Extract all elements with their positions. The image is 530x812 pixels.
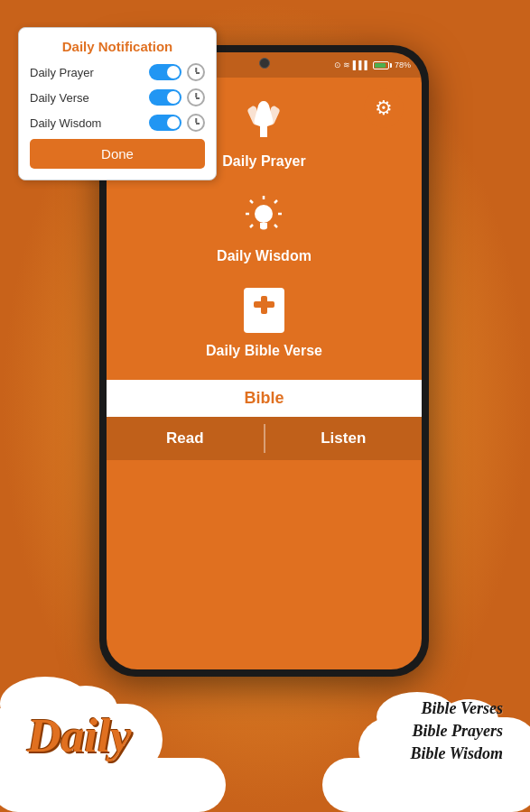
popup-label-verse: Daily Verse — [30, 91, 89, 105]
toggle-prayer[interactable] — [149, 64, 181, 80]
daily-text: Daily — [27, 709, 132, 762]
svg-line-6 — [274, 225, 277, 227]
battery-pct: 78% — [395, 60, 411, 69]
notification-popup: Daily Notification Daily Prayer Daily Ve… — [18, 27, 217, 180]
battery — [373, 61, 392, 69]
popup-row-prayer: Daily Prayer — [30, 63, 205, 81]
svg-line-7 — [250, 225, 253, 227]
bible-icon — [235, 281, 293, 339]
battery-body — [373, 61, 389, 69]
popup-row-wisdom: Daily Wisdom — [30, 114, 205, 132]
svg-line-5 — [250, 200, 253, 203]
popup-title: Daily Notification — [30, 39, 205, 54]
menu-item-bible-verse[interactable]: Daily Bible Verse — [206, 281, 322, 359]
done-button[interactable]: Done — [30, 139, 205, 169]
read-button[interactable]: Read — [107, 417, 264, 460]
bible-bar: Bible — [107, 380, 422, 417]
listen-button[interactable]: Listen — [265, 417, 423, 460]
clock-verse[interactable] — [187, 88, 205, 106]
clock-wisdom[interactable] — [187, 114, 205, 132]
menu-item-wisdom[interactable]: Daily Wisdom — [217, 186, 311, 264]
toggle-wisdom[interactable] — [149, 115, 181, 131]
svg-point-0 — [255, 205, 273, 223]
read-listen-bar: Read Listen — [107, 417, 422, 460]
gear-icon: ⚙ — [375, 97, 393, 120]
feature-prayers: Bible Prayers — [410, 722, 503, 741]
svg-line-4 — [274, 200, 277, 203]
lightbulb-icon — [235, 186, 293, 245]
toggle-verse[interactable] — [149, 89, 181, 106]
clock-prayer[interactable] — [187, 63, 205, 81]
popup-label-wisdom: Daily Wisdom — [30, 116, 101, 130]
pray-icon — [235, 91, 293, 150]
svg-rect-10 — [254, 301, 274, 308]
status-icons: ⊙ ≋ ▌▌▌ — [334, 60, 370, 69]
bible-features: Bible Verses Bible Prayers Bible Wisdom — [410, 699, 503, 767]
popup-row-verse: Daily Verse — [30, 88, 205, 106]
menu-label-wisdom: Daily Wisdom — [217, 248, 311, 264]
settings-button[interactable]: ⚙ — [364, 88, 404, 128]
menu-label-prayer: Daily Prayer — [222, 153, 306, 170]
battery-tip — [390, 63, 392, 68]
battery-fill — [375, 63, 386, 68]
menu-item-prayer[interactable]: Daily Prayer — [222, 91, 306, 170]
camera — [259, 58, 270, 69]
bible-bar-label: Bible — [244, 389, 284, 407]
status-right: ⊙ ≋ ▌▌▌ 78% — [334, 60, 411, 69]
popup-label-prayer: Daily Prayer — [30, 66, 94, 79]
menu-label-bible-verse: Daily Bible Verse — [206, 343, 322, 359]
feature-wisdom: Bible Wisdom — [410, 744, 503, 763]
cloud-3 — [0, 758, 226, 812]
feature-verses: Bible Verses — [410, 699, 503, 718]
